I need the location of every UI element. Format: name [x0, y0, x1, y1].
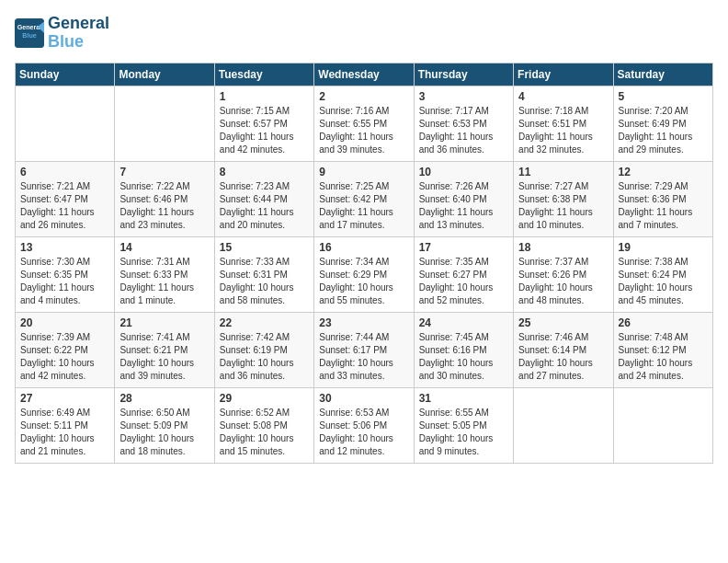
calendar-cell: 14Sunrise: 7:31 AM Sunset: 6:33 PM Dayli… [115, 236, 214, 312]
day-header: Saturday [613, 63, 712, 86]
day-number: 19 [619, 241, 708, 254]
header-row: SundayMondayTuesdayWednesdayThursdayFrid… [16, 63, 713, 86]
logo-text: General Blue [48, 15, 109, 52]
calendar-cell: 10Sunrise: 7:26 AM Sunset: 6:40 PM Dayli… [414, 161, 513, 236]
day-header: Monday [115, 63, 214, 86]
day-content: Sunrise: 7:15 AM Sunset: 6:57 PM Dayligh… [220, 105, 309, 156]
day-number: 26 [619, 316, 708, 329]
day-content: Sunrise: 7:41 AM Sunset: 6:21 PM Dayligh… [119, 331, 209, 383]
day-header: Thursday [414, 63, 513, 86]
day-number: 21 [119, 316, 209, 329]
day-content: Sunrise: 7:23 AM Sunset: 6:44 PM Dayligh… [220, 180, 309, 232]
day-content: Sunrise: 7:38 AM Sunset: 6:24 PM Dayligh… [619, 256, 708, 307]
day-content: Sunrise: 7:25 AM Sunset: 6:42 PM Dayligh… [319, 180, 408, 232]
day-content: Sunrise: 7:17 AM Sunset: 6:53 PM Dayligh… [419, 105, 508, 156]
logo: General Blue General Blue [15, 15, 109, 52]
day-number: 15 [220, 241, 309, 254]
day-number: 4 [518, 90, 608, 103]
day-number: 3 [419, 90, 508, 103]
day-content: Sunrise: 7:44 AM Sunset: 6:17 PM Dayligh… [319, 331, 408, 383]
day-content: Sunrise: 7:45 AM Sunset: 6:16 PM Dayligh… [419, 331, 508, 383]
day-number: 22 [220, 316, 309, 329]
day-content: Sunrise: 6:50 AM Sunset: 5:09 PM Dayligh… [119, 407, 209, 458]
day-content: Sunrise: 6:52 AM Sunset: 5:08 PM Dayligh… [220, 407, 309, 458]
day-content: Sunrise: 7:42 AM Sunset: 6:19 PM Dayligh… [220, 331, 309, 383]
calendar-cell: 19Sunrise: 7:38 AM Sunset: 6:24 PM Dayli… [613, 236, 712, 312]
day-content: Sunrise: 7:30 AM Sunset: 6:35 PM Dayligh… [20, 256, 109, 307]
day-number: 24 [419, 316, 508, 329]
calendar-cell: 24Sunrise: 7:45 AM Sunset: 6:16 PM Dayli… [414, 312, 513, 387]
day-number: 2 [319, 90, 408, 103]
day-content: Sunrise: 7:29 AM Sunset: 6:36 PM Dayligh… [619, 180, 708, 232]
calendar-cell: 16Sunrise: 7:34 AM Sunset: 6:29 PM Dayli… [314, 236, 414, 312]
day-content: Sunrise: 6:55 AM Sunset: 5:05 PM Dayligh… [419, 407, 508, 458]
day-content: Sunrise: 7:31 AM Sunset: 6:33 PM Dayligh… [119, 256, 209, 307]
calendar-cell: 17Sunrise: 7:35 AM Sunset: 6:27 PM Dayli… [414, 236, 513, 312]
day-content: Sunrise: 7:16 AM Sunset: 6:55 PM Dayligh… [319, 105, 408, 156]
day-content: Sunrise: 7:18 AM Sunset: 6:51 PM Dayligh… [518, 105, 608, 156]
day-number: 13 [20, 241, 109, 254]
calendar-cell: 4Sunrise: 7:18 AM Sunset: 6:51 PM Daylig… [514, 86, 613, 161]
day-number: 18 [518, 241, 608, 254]
day-content: Sunrise: 7:34 AM Sunset: 6:29 PM Dayligh… [319, 256, 408, 307]
calendar-week-row: 20Sunrise: 7:39 AM Sunset: 6:22 PM Dayli… [16, 312, 713, 387]
calendar-cell: 11Sunrise: 7:27 AM Sunset: 6:38 PM Dayli… [514, 161, 613, 236]
day-number: 20 [20, 316, 109, 329]
calendar-cell: 15Sunrise: 7:33 AM Sunset: 6:31 PM Dayli… [214, 236, 313, 312]
day-content: Sunrise: 7:35 AM Sunset: 6:27 PM Dayligh… [419, 256, 508, 307]
logo-icon: General Blue [15, 18, 44, 48]
day-header: Wednesday [314, 63, 414, 86]
calendar-cell: 23Sunrise: 7:44 AM Sunset: 6:17 PM Dayli… [314, 312, 414, 387]
day-content: Sunrise: 7:26 AM Sunset: 6:40 PM Dayligh… [419, 180, 508, 232]
day-number: 1 [220, 90, 309, 103]
calendar-cell: 18Sunrise: 7:37 AM Sunset: 6:26 PM Dayli… [514, 236, 613, 312]
calendar-cell: 2Sunrise: 7:16 AM Sunset: 6:55 PM Daylig… [314, 86, 414, 161]
svg-text:Blue: Blue [22, 32, 36, 40]
calendar-cell [16, 86, 115, 161]
day-content: Sunrise: 7:48 AM Sunset: 6:12 PM Dayligh… [619, 331, 708, 383]
day-number: 14 [119, 241, 209, 254]
day-number: 16 [319, 241, 408, 254]
calendar-cell: 26Sunrise: 7:48 AM Sunset: 6:12 PM Dayli… [613, 312, 712, 387]
day-number: 5 [619, 90, 708, 103]
calendar-cell: 8Sunrise: 7:23 AM Sunset: 6:44 PM Daylig… [214, 161, 313, 236]
calendar-cell: 21Sunrise: 7:41 AM Sunset: 6:21 PM Dayli… [115, 312, 214, 387]
day-content: Sunrise: 7:33 AM Sunset: 6:31 PM Dayligh… [220, 256, 309, 307]
calendar-cell: 9Sunrise: 7:25 AM Sunset: 6:42 PM Daylig… [314, 161, 414, 236]
day-content: Sunrise: 7:27 AM Sunset: 6:38 PM Dayligh… [518, 180, 608, 232]
day-number: 17 [419, 241, 508, 254]
calendar-cell [613, 387, 712, 463]
calendar-week-row: 6Sunrise: 7:21 AM Sunset: 6:47 PM Daylig… [16, 161, 713, 236]
day-content: Sunrise: 7:20 AM Sunset: 6:49 PM Dayligh… [619, 105, 708, 156]
day-number: 8 [220, 166, 309, 178]
calendar-cell: 25Sunrise: 7:46 AM Sunset: 6:14 PM Dayli… [514, 312, 613, 387]
calendar-body: 1Sunrise: 7:15 AM Sunset: 6:57 PM Daylig… [16, 86, 713, 463]
calendar-header: SundayMondayTuesdayWednesdayThursdayFrid… [16, 63, 713, 86]
calendar-cell: 7Sunrise: 7:22 AM Sunset: 6:46 PM Daylig… [115, 161, 214, 236]
day-header: Tuesday [214, 63, 313, 86]
calendar-cell: 28Sunrise: 6:50 AM Sunset: 5:09 PM Dayli… [115, 387, 214, 463]
day-header: Friday [514, 63, 613, 86]
calendar-cell: 30Sunrise: 6:53 AM Sunset: 5:06 PM Dayli… [314, 387, 414, 463]
day-number: 11 [518, 166, 608, 178]
calendar-cell: 12Sunrise: 7:29 AM Sunset: 6:36 PM Dayli… [613, 161, 712, 236]
day-number: 27 [20, 392, 109, 405]
calendar-cell: 22Sunrise: 7:42 AM Sunset: 6:19 PM Dayli… [214, 312, 313, 387]
calendar-cell: 13Sunrise: 7:30 AM Sunset: 6:35 PM Dayli… [16, 236, 115, 312]
calendar-week-row: 27Sunrise: 6:49 AM Sunset: 5:11 PM Dayli… [16, 387, 713, 463]
day-number: 7 [119, 166, 209, 178]
calendar-week-row: 13Sunrise: 7:30 AM Sunset: 6:35 PM Dayli… [16, 236, 713, 312]
day-content: Sunrise: 7:46 AM Sunset: 6:14 PM Dayligh… [518, 331, 608, 383]
calendar-cell: 1Sunrise: 7:15 AM Sunset: 6:57 PM Daylig… [214, 86, 313, 161]
day-number: 10 [419, 166, 508, 178]
calendar-week-row: 1Sunrise: 7:15 AM Sunset: 6:57 PM Daylig… [16, 86, 713, 161]
day-number: 29 [220, 392, 309, 405]
calendar-cell: 27Sunrise: 6:49 AM Sunset: 5:11 PM Dayli… [16, 387, 115, 463]
day-number: 31 [419, 392, 508, 405]
calendar-cell: 6Sunrise: 7:21 AM Sunset: 6:47 PM Daylig… [16, 161, 115, 236]
day-content: Sunrise: 6:49 AM Sunset: 5:11 PM Dayligh… [20, 407, 109, 458]
day-content: Sunrise: 6:53 AM Sunset: 5:06 PM Dayligh… [319, 407, 408, 458]
calendar-cell: 20Sunrise: 7:39 AM Sunset: 6:22 PM Dayli… [16, 312, 115, 387]
day-number: 6 [20, 166, 109, 178]
day-number: 9 [319, 166, 408, 178]
